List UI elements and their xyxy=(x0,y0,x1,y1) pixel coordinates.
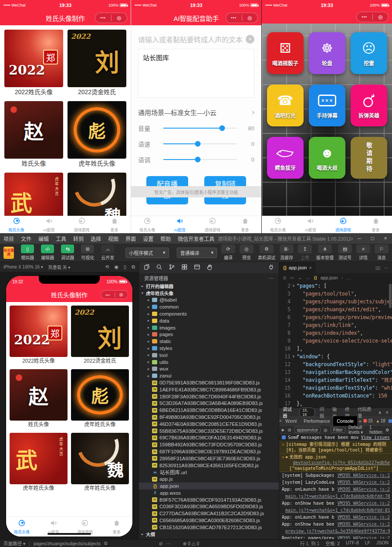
game-tile-酒吧灯光[interactable]: ☎酒吧灯光 xyxy=(267,85,304,126)
game-tile-敬请期待[interactable]: 敬请期待 xyxy=(351,137,387,179)
source-link[interactable]: VM395 WAService.js:2 xyxy=(334,500,390,506)
tree-item-zanui[interactable]: ▸zanui xyxy=(139,372,279,379)
source-link[interactable]: VM395 WAService.js:2 xyxy=(334,479,390,485)
avatar-image-tiger2[interactable]: 魏 xyxy=(71,433,129,484)
minimize-icon[interactable]: ─ xyxy=(353,235,366,241)
more-tabs-icon[interactable]: » xyxy=(357,418,363,424)
console-row[interactable]: [system] Subpackages: N/AVM395 WAService… xyxy=(279,472,392,479)
avatar-image-maroon[interactable]: 赵 xyxy=(4,101,63,159)
more-icon[interactable]: ••• xyxy=(95,16,111,20)
collapse-panel-icon[interactable]: ∧ xyxy=(378,410,382,415)
avatar-item[interactable]: 2022郑2022姓氏头像 xyxy=(10,306,68,366)
eol[interactable]: LF xyxy=(365,540,370,547)
menu-转到[interactable]: 转到 xyxy=(70,235,87,242)
game-tile-手持弹幕[interactable]: ×××手持弹幕 xyxy=(309,85,345,126)
tree-section-虎年姓氏头像[interactable]: ▾虎年姓氏头像 xyxy=(139,290,279,297)
menu-界面[interactable]: 界面 xyxy=(122,235,139,242)
avatar-item[interactable]: 赵姓氏头像 xyxy=(4,101,63,168)
tree-item-159BB492A93BC98C73FDDC95709C9D83.js[interactable]: JS159BB492A93BC98C73FDDC95709C9D83.js xyxy=(139,441,279,448)
tab-AI配音[interactable]: AI配音 xyxy=(164,216,196,233)
indent-setting[interactable]: 空格: 2 xyxy=(325,540,340,547)
tree-item-images[interactable]: ▸images xyxy=(139,324,279,331)
log-levels-select[interactable]: Default levels ▾ xyxy=(348,425,366,435)
game-tile-喝酒摇骰子[interactable]: ⚄喝酒摇骰子 xyxy=(267,32,304,74)
console-row[interactable]: ⚠▶无效的 app.jsondevtoolsconfig.js?t=_652c6… xyxy=(279,454,392,472)
language-mode[interactable]: JSON xyxy=(376,540,389,547)
tree-item-utils[interactable]: ▸utils xyxy=(139,359,279,366)
outline-icon[interactable]: ≣ xyxy=(283,275,287,280)
close-panel-icon[interactable]: × xyxy=(386,410,389,415)
fold-chevron-icon[interactable]: ∨ xyxy=(291,282,297,290)
toolbar-button-编译[interactable]: ⟳编译 xyxy=(221,245,235,261)
avatar-item[interactable]: 魏虎年姓氏头像 xyxy=(71,433,129,493)
toolbar-button-测试号[interactable]: ▤测试号 xyxy=(338,245,352,261)
tree-item-687F1096A93BC98C0E197891DEAC9D83.js[interactable]: JS687F1096A93BC98C0E197891DEAC9D83.js xyxy=(139,448,279,455)
menu-设置[interactable]: 设置 xyxy=(139,235,157,242)
avatar-item[interactable]: 武虎年大吉虎年姓氏头像 xyxy=(4,173,63,216)
expand-caret-icon[interactable]: ▶ xyxy=(286,454,288,460)
toolbar-button-编辑器[interactable]: ‹/›编辑器 xyxy=(37,245,57,261)
tree-item-app.json[interactable]: {}app.json xyxy=(139,482,279,489)
preview-window-icon[interactable] xyxy=(194,264,200,272)
devtools-tab-Performance[interactable]: Performance xyxy=(300,416,333,426)
tree-item-app.wxss[interactable]: #app.wxss xyxy=(139,489,279,496)
page-path-select[interactable]: 页面路径 ▾ xyxy=(3,540,25,547)
tab-酒场游戏[interactable]: 酒场游戏 xyxy=(196,216,229,233)
tree-item-1B0F28F3A93BC98C7D6940F44FBC9D83.js[interactable]: JS1B0F28F3A93BC98C7D6940F44FBC9D83.js xyxy=(139,393,279,400)
tree-item-8F49B803A93BC98CE92FD004705C9D83.js[interactable]: JS8F49B803A93BC98CE92FD004705C9D83.js xyxy=(139,414,279,421)
toolbar-button-详情[interactable]: ≡详情 xyxy=(356,245,370,261)
tab-姓氏头像[interactable]: 姓氏头像 xyxy=(262,216,294,233)
breadcrumb[interactable]: app.json xyxy=(321,275,338,280)
avatar-image-fire[interactable]: 彪 xyxy=(71,369,129,421)
fold-chevron-icon[interactable]: ∨ xyxy=(291,353,297,360)
console-row[interactable]: App Showmain.js?t=wechat&s=1_c7dc8abbdc6… xyxy=(279,507,392,514)
tree-item-C277DAC5A93BC98CA411B2C2CA2D9D83.js[interactable]: JSC277DAC5A93BC98CA411B2C2CA2D9D83.js xyxy=(139,510,279,517)
console-row[interactable]: Some messages have been moved to the Iss… xyxy=(279,434,392,441)
game-tile-喝酒大叔[interactable]: ☻喝酒大叔 xyxy=(309,137,345,179)
source-link[interactable]: VM395 WAService.js:2 xyxy=(334,521,390,527)
tree-item-1AEFFE41A93BC98C7C89964686FB9D83.js[interactable]: JS1AEFFE41A93BC98C7C89964686FB9D83.js xyxy=(139,386,279,393)
avatar-item[interactable]: 2022刘2022烫金姓氏 xyxy=(68,30,126,97)
avatar-item[interactable]: 彪虎年姓氏头像 xyxy=(71,369,129,429)
tree-item-wux[interactable]: ▸wux xyxy=(139,366,279,373)
console-settings-icon[interactable]: ⚙ xyxy=(385,428,389,432)
game-tile-挖雷[interactable]: ☹挖雷 xyxy=(351,32,387,74)
console-row[interactable]: App: onShow have been invokedVM395 WASer… xyxy=(279,521,392,528)
avatar-image-red2022[interactable]: 2022郑 xyxy=(10,306,68,357)
slider-knob[interactable] xyxy=(195,157,201,163)
voice-select-row[interactable]: 通用场景—标准女生—小云 › xyxy=(138,107,254,117)
record-icon[interactable]: ◉ xyxy=(114,264,118,270)
tree-item-6BED6211A93BC98C0D8B0A16E41C9D83.js[interactable]: JS6BED6211A93BC98C0D8B0A16E41C9D83.js xyxy=(139,407,279,414)
toolbar-button-云开发[interactable]: ☁云开发 xyxy=(98,245,118,261)
toolbar-button-版本管理[interactable]: ⋔版本管理 xyxy=(316,245,334,261)
tree-item-components[interactable]: ▸components xyxy=(139,310,279,317)
nav-forward-icon[interactable]: → xyxy=(306,275,311,280)
tree-item-B9F57C76A93BC98CDF93147193AC9D83.js[interactable]: JSB9F57C76A93BC98CDF93147193AC9D83.js xyxy=(139,496,279,503)
tree-item-0D75E991A93BC98C68138196F08C9D83.js[interactable]: JS0D75E991A93BC98C68138196F08C9D83.js xyxy=(139,379,279,386)
tree-item-28958F31A93BC98C4EF3E7360E6C9D83.js[interactable]: JS28958F31A93BC98C4EF3E7360E6C9D83.js xyxy=(139,455,279,462)
hand-icon[interactable] xyxy=(206,264,213,272)
tab-姓氏头像[interactable]: 姓氏头像 xyxy=(131,216,164,233)
tab-酒场游戏[interactable]: 酒场游戏 xyxy=(65,216,98,233)
home-target-icon[interactable]: ◎ xyxy=(242,15,258,21)
menu-文件[interactable]: 文件 xyxy=(17,235,35,242)
info-count[interactable]: 1 xyxy=(389,418,392,423)
play-icon[interactable]: ▶ xyxy=(282,428,284,432)
menu-微信开发者工具[interactable]: 微信开发者工具 xyxy=(174,235,218,242)
tree-item-站长图库.url[interactable]: ∞站长图库.url xyxy=(139,469,279,476)
slider-track[interactable] xyxy=(163,143,237,144)
tab-姓氏头像[interactable]: 姓氏头像 xyxy=(6,517,38,537)
problems-indicator[interactable]: ⊗ 0 △ 0 xyxy=(183,541,199,546)
console-row[interactable]: SDKVersion 2.21preview.js?t=wechat&…5e35… xyxy=(279,528,392,535)
home-target-icon[interactable]: ◎ xyxy=(115,292,128,297)
console-row[interactable]: App: onLaunch have been invokedVM395 WAS… xyxy=(279,514,392,521)
avatar-item[interactable]: 武虎年大吉虎年姓氏头像 xyxy=(10,433,68,493)
toolbar-button-消息[interactable]: ⚐消息 xyxy=(375,245,389,261)
split-editor-icon[interactable]: ▯▯ xyxy=(375,265,380,270)
device-frame-icon[interactable]: ▯ xyxy=(124,264,126,270)
more-actions-icon[interactable]: ⋯ xyxy=(269,275,274,281)
avatar-image-tiger2[interactable]: 魏 xyxy=(68,173,126,216)
source-control-icon[interactable] xyxy=(169,264,175,272)
tree-item-common[interactable]: ▸common xyxy=(139,303,279,310)
voice-select-value[interactable]: 通用场景—标准女生—小云 xyxy=(138,108,216,117)
